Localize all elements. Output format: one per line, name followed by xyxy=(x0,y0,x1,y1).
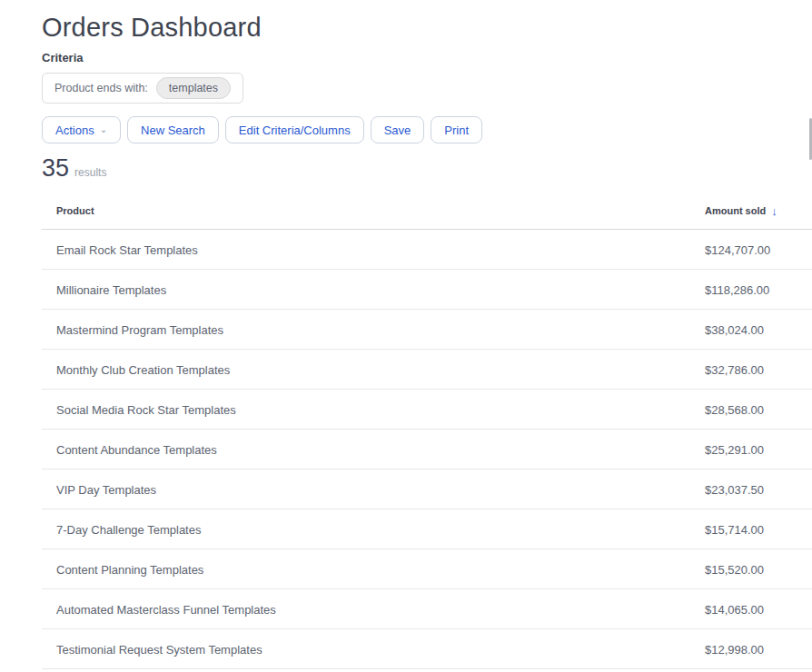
new-search-button[interactable]: New Search xyxy=(127,116,219,143)
new-search-button-label: New Search xyxy=(141,124,205,137)
product-cell: VIP Day Templates xyxy=(56,482,156,496)
table-row[interactable]: Automated Masterclass Funnel Templates $… xyxy=(42,589,812,629)
table-row[interactable]: Content Planning Templates $15,520.00 xyxy=(42,549,812,589)
amount-sold-cell: $14,065.00 xyxy=(705,602,764,616)
edit-criteria-columns-button[interactable]: Edit Criteria/Columns xyxy=(225,116,364,143)
amount-sold-cell: $25,291.00 xyxy=(705,442,764,456)
amount-sold-cell: $118,286.00 xyxy=(705,282,769,296)
product-cell: Social Media Rock Star Templates xyxy=(56,402,236,416)
product-cell: Content Abundance Templates xyxy=(56,442,217,456)
product-cell: Email Rock Star Templates xyxy=(56,242,198,256)
criteria-field-label: Product ends with: xyxy=(54,82,148,94)
table-row[interactable]: 7-Day Challenge Templates $15,714.00 xyxy=(42,509,812,549)
print-button[interactable]: Print xyxy=(431,116,482,143)
table-row[interactable]: Email Rock Star Templates $124,707.00 xyxy=(42,230,812,270)
amount-sold-cell: $15,520.00 xyxy=(705,562,764,576)
save-button-label: Save xyxy=(384,124,411,137)
column-header-product[interactable]: Product xyxy=(56,205,94,216)
table-row[interactable]: Millionaire Templates $118,286.00 xyxy=(42,270,812,310)
page-title: Orders Dashboard xyxy=(42,12,812,43)
sort-desc-icon: ↓ xyxy=(771,203,777,217)
actions-button[interactable]: Actions ⌄ xyxy=(42,116,121,143)
amount-sold-cell: $12,998.00 xyxy=(705,642,764,656)
column-header-amount-sold[interactable]: Amount sold ↓ xyxy=(705,203,777,217)
table-row[interactable]: Mastermind Program Templates $38,024.00 xyxy=(42,310,812,350)
print-button-label: Print xyxy=(444,124,469,137)
product-cell: 7-Day Challenge Templates xyxy=(56,522,201,536)
amount-sold-cell: $28,568.00 xyxy=(705,402,764,416)
product-cell: Millionaire Templates xyxy=(56,282,166,296)
actions-button-label: Actions xyxy=(55,124,94,137)
chevron-down-icon: ⌄ xyxy=(100,125,107,134)
product-cell: Mastermind Program Templates xyxy=(56,322,223,336)
product-cell: Monthly Club Creation Templates xyxy=(56,362,230,376)
criteria-summary-box: Product ends with: templates xyxy=(42,73,243,104)
criteria-value-tag: templates xyxy=(156,77,231,99)
amount-sold-cell: $15,714.00 xyxy=(705,522,764,536)
table-header-row: Product Amount sold ↓ xyxy=(42,192,812,230)
table-row[interactable]: Monthly Club Creation Templates $32,786.… xyxy=(42,350,812,390)
table-body: Email Rock Star Templates $124,707.00 Mi… xyxy=(42,230,812,669)
toolbar: Actions ⌄ New Search Edit Criteria/Colum… xyxy=(42,116,812,143)
table-row[interactable]: Content Abundance Templates $25,291.00 xyxy=(42,430,812,469)
amount-sold-cell: $124,707.00 xyxy=(705,242,770,256)
product-cell: Content Planning Templates xyxy=(56,562,203,576)
save-button[interactable]: Save xyxy=(371,116,425,143)
results-unit-label: results xyxy=(74,166,106,179)
column-header-amount-sold-label: Amount sold xyxy=(705,205,766,216)
results-summary: 35 results xyxy=(42,154,812,182)
amount-sold-cell: $32,786.00 xyxy=(705,362,764,376)
amount-sold-cell: $23,037.50 xyxy=(705,482,764,496)
table-row[interactable]: VIP Day Templates $23,037.50 xyxy=(42,469,812,509)
orders-dashboard-page: Orders Dashboard Criteria Product ends w… xyxy=(0,12,812,672)
orders-table: Product Amount sold ↓ Email Rock Star Te… xyxy=(42,192,812,669)
edit-criteria-columns-label: Edit Criteria/Columns xyxy=(239,124,351,137)
product-cell: Automated Masterclass Funnel Templates xyxy=(56,602,276,616)
table-row[interactable]: Social Media Rock Star Templates $28,568… xyxy=(42,390,812,430)
results-count: 35 xyxy=(42,154,69,182)
amount-sold-cell: $38,024.00 xyxy=(705,322,764,336)
criteria-section-label: Criteria xyxy=(42,51,812,64)
table-row[interactable]: Testimonial Request System Templates $12… xyxy=(42,629,812,669)
product-cell: Testimonial Request System Templates xyxy=(56,642,262,656)
